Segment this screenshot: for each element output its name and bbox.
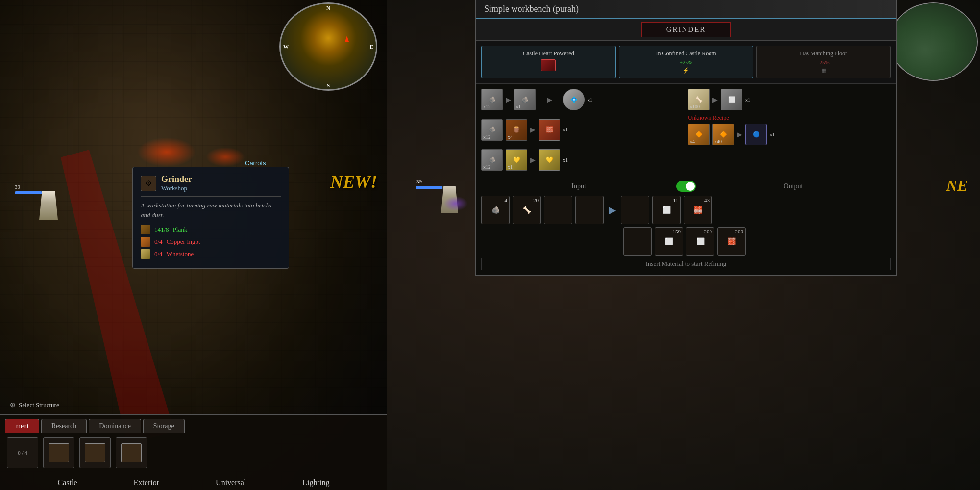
output-slot-5[interactable]: ⬜ 159: [655, 227, 683, 256]
output-slot-7-count: 200: [735, 229, 744, 234]
recipe-2-count-1: x100: [690, 104, 700, 109]
recipe-row-4[interactable]: 🔶 x4 🔶 x40 ▶ 🔵 x1: [688, 124, 891, 145]
recipe-3-count-2: x4: [508, 134, 513, 140]
output-slot-1[interactable]: [621, 196, 649, 224]
recipe-1-input-1: 🪨 x12: [481, 89, 503, 110]
recipe-row-2[interactable]: 🦴 x100 ▶ ⬜ x1: [688, 89, 891, 110]
nav-exterior[interactable]: Exterior: [134, 478, 159, 487]
output-slot-4[interactable]: [623, 227, 652, 256]
io-area: Input Output 🪨 4 🦴 20: [476, 176, 896, 275]
badge-castle-heart-icon: [541, 59, 556, 71]
hp-number-right: 39: [416, 179, 422, 184]
health-number-left: 39: [15, 184, 20, 190]
hp-fill-right: [416, 186, 442, 189]
recipe-1-input-2: 🪨 x1: [514, 89, 536, 110]
slot-fraction-1: 0 / 4: [18, 450, 27, 456]
nav-lighting[interactable]: Lighting: [302, 478, 329, 487]
recipe-3-input-2: 🪵 x4: [506, 119, 527, 141]
recipe-arrow-5: ▶: [530, 156, 536, 164]
grinder-tab[interactable]: GRINDER: [641, 22, 731, 37]
recipe-3-input-1: 🪨 x12: [481, 119, 503, 141]
tooltip-divider: [141, 196, 281, 197]
struct-icon-3: [121, 443, 142, 462]
inv-slot-4[interactable]: [116, 437, 147, 468]
input-slot-3[interactable]: [544, 196, 572, 224]
input-slot-1[interactable]: 🪨 4: [481, 196, 510, 224]
inv-slot-3[interactable]: [79, 437, 111, 468]
badge-confined-room-bonus: +25%: [623, 59, 749, 65]
compass-west: W: [283, 44, 289, 50]
recipe-row-1[interactable]: 🪨 x12 ▶ 🪨 x1 ▶ 💠 x1: [481, 89, 684, 110]
select-structure: ⊕ Select Structure: [10, 401, 59, 409]
output-label: Output: [696, 182, 891, 190]
input-slot-1-count: 4: [505, 197, 508, 203]
tab-research[interactable]: Research: [41, 419, 87, 433]
struct-icon-2: [85, 443, 105, 462]
recipe-4-output: 🔵: [745, 124, 767, 145]
recipe-row-3[interactable]: 🪨 x12 🪵 x4 ▶ 🧱 x1: [481, 114, 684, 145]
tab-equipment[interactable]: ment: [5, 419, 39, 433]
io-toggle[interactable]: [676, 181, 696, 192]
tab-equipment-label: ment: [15, 422, 29, 430]
tab-storage[interactable]: Storage: [143, 419, 185, 433]
recipe-4-count-2: x40: [714, 139, 722, 144]
recipe-5-count-2: x1: [508, 164, 513, 170]
bottom-nav-labels: Castle Exterior Universal Lighting: [0, 478, 387, 487]
badge-castle-heart: Castle Heart Powered: [481, 46, 616, 78]
grinder-tab-bar: GRINDER: [476, 19, 896, 41]
output-dust-sprite: ⬜: [659, 202, 674, 218]
output-brick-sprite: 🧱: [690, 202, 706, 218]
output-slot-7[interactable]: 🧱 200: [717, 227, 746, 256]
output-slot-6[interactable]: ⬜ 200: [686, 227, 714, 256]
recipe-4-count-1: x4: [690, 139, 695, 144]
recipe-row-5[interactable]: 🪨 x12 💛 x1 ▶ 💛 x1: [481, 149, 684, 171]
condition-badges: Castle Heart Powered In Confined Castle …: [476, 41, 896, 84]
nav-castle[interactable]: Castle: [58, 478, 77, 487]
recipe-5-output: 💛: [539, 149, 560, 171]
resource-whetstone: 0/4 Whetstone: [141, 249, 281, 259]
whet-out-sprite: 💛: [542, 153, 556, 167]
io-status-text: Insert Material to start Refining: [481, 258, 891, 270]
red-glow-1: [137, 137, 196, 167]
output-slot-2[interactable]: ⬜ 11: [652, 196, 681, 224]
inv-slot-2[interactable]: [43, 437, 74, 468]
io-toggle-knob: [686, 182, 695, 191]
resource-copper: 0/4 Copper Ingot: [141, 237, 281, 247]
brick-sprite: 🧱: [542, 123, 556, 137]
minimap-player-marker: [345, 36, 349, 42]
io-transfer-arrow: ▶: [609, 204, 616, 216]
nav-universal[interactable]: Universal: [216, 478, 246, 487]
io-slots-row: 🪨 4 🦴 20 ▶ ⬜ 11 🧱: [481, 196, 891, 224]
output-slot-3-count: 43: [704, 197, 710, 203]
recipe-5-out-count: x1: [563, 157, 568, 163]
recipe-1-output: 💠: [563, 89, 585, 110]
whetstone-label: Whetstone: [167, 250, 194, 258]
copper-icon: [141, 237, 150, 247]
recipe-1-count-1: x12: [483, 104, 490, 109]
left-game-panel: N S E W Carrots NEW! 39 ⚙ Grinder Worksh…: [0, 0, 387, 490]
recipe-arrow-2: ▶: [712, 96, 718, 104]
input-slot-2[interactable]: 🦴 20: [513, 196, 541, 224]
tooltip-title-block: Grinder Workshop: [161, 174, 192, 192]
output-slot-6-count: 200: [704, 229, 712, 234]
recipe-1-out-count: x1: [588, 97, 592, 103]
recipe-5-input-2: 💛 x1: [506, 149, 527, 171]
tooltip-description: A workstation for turning raw materials …: [141, 201, 281, 220]
unknown-recipe-label: Unknown Recipe: [688, 114, 891, 122]
plank-count: 141/8: [154, 226, 169, 233]
io-header: Input Output: [481, 181, 891, 192]
inv-slot-1[interactable]: 0 / 4: [7, 437, 38, 468]
input-slot-4[interactable]: [575, 196, 604, 224]
recipe-2-output: ⬜: [721, 89, 742, 110]
right-minimap[interactable]: [889, 2, 978, 81]
output-slot-3[interactable]: 🧱 43: [684, 196, 712, 224]
tab-dominance[interactable]: Dominance: [89, 419, 141, 433]
red-glow-2: [206, 147, 245, 167]
tab-dominance-label: Dominance: [99, 422, 131, 430]
recipe-3-output: 🧱: [539, 119, 560, 141]
recipe-1-count-2: x1: [516, 104, 521, 109]
minimap[interactable]: N S E W: [279, 2, 377, 91]
output-stone3-sprite: ⬜: [692, 233, 708, 249]
badge-matching-floor-penalty: -25%: [760, 59, 886, 65]
health-bar-fill-left: [15, 191, 42, 194]
